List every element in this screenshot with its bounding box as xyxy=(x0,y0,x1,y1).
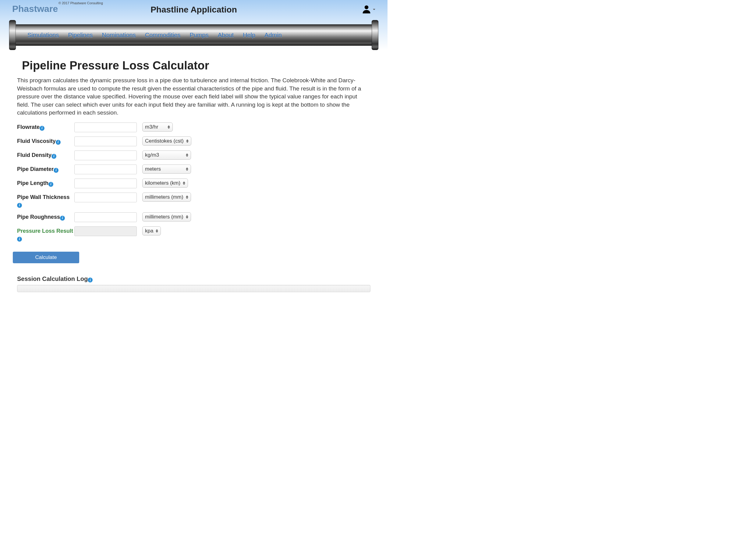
info-icon[interactable]: i xyxy=(88,278,93,282)
density-label: Fluid Densityi xyxy=(17,151,74,159)
info-icon[interactable]: i xyxy=(60,216,65,221)
info-icon[interactable]: i xyxy=(48,182,53,187)
viscosity-input[interactable] xyxy=(74,136,137,146)
nav-commodities[interactable]: Commodities xyxy=(145,32,181,39)
page-title: Pipeline Pressure Loss Calculator xyxy=(22,59,370,72)
diameter-input[interactable] xyxy=(74,164,137,174)
nav-about[interactable]: About xyxy=(218,32,234,39)
length-input[interactable] xyxy=(74,179,137,188)
svg-point-0 xyxy=(365,5,369,9)
caret-down-icon xyxy=(373,9,375,10)
info-icon[interactable]: i xyxy=(40,126,45,131)
flowrate-unit-select[interactable]: m3/hr xyxy=(142,123,173,132)
length-label: Pipe Lengthi xyxy=(17,179,74,187)
info-icon[interactable]: i xyxy=(56,140,61,145)
calculate-button[interactable]: Calculate xyxy=(13,252,79,263)
result-output xyxy=(74,226,137,236)
density-unit-select[interactable]: kg/m3 xyxy=(142,151,191,160)
wall-thickness-input[interactable] xyxy=(74,193,137,202)
roughness-input[interactable] xyxy=(74,212,137,222)
nav-simulations[interactable]: Simulations xyxy=(27,32,59,39)
viscosity-label: Fluid Viscosityi xyxy=(17,136,74,145)
roughness-label: Pipe Roughnessi xyxy=(17,212,74,221)
copyright-text: © 2017 Phastware Consulting xyxy=(58,1,103,5)
page-description: This program calculates the dynamic pres… xyxy=(17,76,370,117)
main-nav: Simulations Pipelines Nominations Commod… xyxy=(9,20,378,50)
length-unit-select[interactable]: kilometers (km) xyxy=(142,179,188,188)
info-icon[interactable]: i xyxy=(17,203,22,208)
nav-admin[interactable]: Admin xyxy=(264,32,282,39)
nav-pipelines[interactable]: Pipelines xyxy=(68,32,93,39)
nav-help[interactable]: Help xyxy=(243,32,255,39)
user-icon xyxy=(362,4,371,14)
user-menu-dropdown[interactable] xyxy=(362,4,375,14)
roughness-unit-select[interactable]: millimeters (mm) xyxy=(142,212,191,222)
info-icon[interactable]: i xyxy=(17,237,22,241)
info-icon[interactable]: i xyxy=(51,154,56,159)
density-input[interactable] xyxy=(74,151,137,160)
nav-pumps[interactable]: Pumps xyxy=(189,32,208,39)
flowrate-label: Flowratei xyxy=(17,123,74,131)
wall-thickness-unit-select[interactable]: millimeters (mm) xyxy=(142,193,191,202)
wall-thickness-label: Pipe Wall Thicknessi xyxy=(17,193,74,208)
diameter-unit-select[interactable]: meters xyxy=(142,164,191,174)
session-log-area[interactable] xyxy=(17,285,370,292)
info-icon[interactable]: i xyxy=(54,168,58,173)
pipe-flange-left xyxy=(9,20,16,50)
pipe-flange-right xyxy=(372,20,378,50)
flowrate-input[interactable] xyxy=(74,123,137,132)
result-label: Pressure Loss Resulti xyxy=(17,226,74,242)
nav-nominations[interactable]: Nominations xyxy=(102,32,136,39)
brand-logo[interactable]: Phastware xyxy=(12,4,58,14)
viscosity-unit-select[interactable]: Centistokes (cst) xyxy=(142,136,191,146)
app-title: Phastline Application xyxy=(151,5,237,15)
result-unit-select[interactable]: kpa xyxy=(142,226,161,235)
session-log-title: Session Calculation Logi xyxy=(17,275,370,283)
diameter-label: Pipe Diameteri xyxy=(17,164,74,173)
